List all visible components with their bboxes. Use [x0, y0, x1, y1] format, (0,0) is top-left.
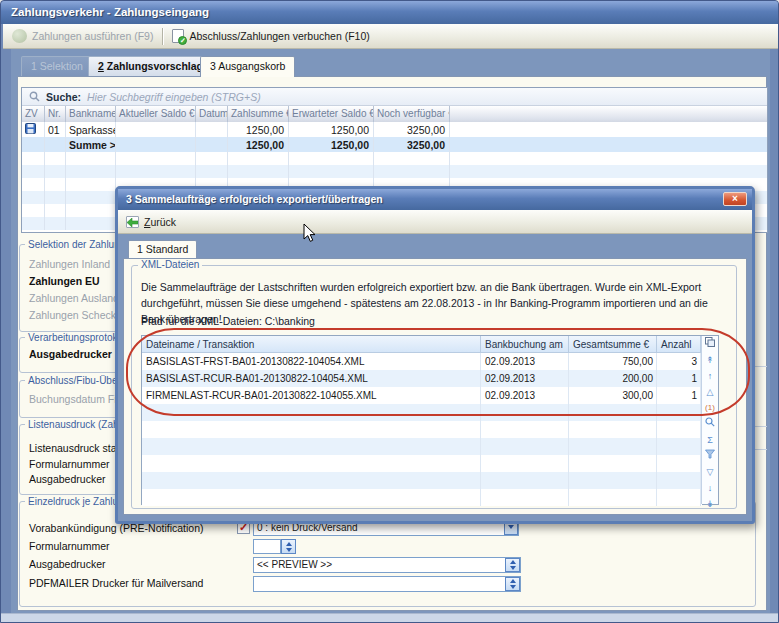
cell-noch-verfuegbar: 3250,00 — [374, 122, 450, 137]
magnifier-icon[interactable] — [705, 416, 715, 432]
tab-selektion[interactable]: 1 Selektion — [21, 56, 93, 76]
sidebar-item-zahlungen-eu: Zahlungen EU — [29, 275, 100, 287]
window-title: Zahlungsverkehr - Zahlungseingang — [11, 6, 209, 18]
sum-icon[interactable]: Σ — [707, 432, 713, 448]
search-placeholder: Hier Suchbegriff eingeben (STRG+S) — [87, 91, 261, 103]
xml-fieldset-legend: XML-Dateien — [138, 259, 202, 270]
formularnummer-spinner[interactable] — [281, 539, 296, 554]
header-cell-zahlsumme[interactable]: Zahlsumme € — [228, 106, 289, 122]
sum-row: Summe > 1250,00 1250,00 3250,00 — [22, 137, 767, 152]
dialog-tab-label: 1 Standard — [137, 243, 188, 255]
close-icon: × — [732, 193, 738, 204]
sidebar-item-ausgabedrucker-3: Ausgabedrucker — [29, 558, 105, 570]
header-cell-zv[interactable]: ZV — [22, 106, 45, 122]
sidebar-item-zahlungen-ausland: Zahlungen Ausland — [29, 292, 119, 304]
dialog-toolbar: Zurück — [118, 210, 752, 234]
search-label: Suche: — [46, 91, 81, 103]
close-button[interactable]: × — [723, 192, 747, 206]
execute-payments-icon — [12, 29, 27, 43]
formularnummer-input[interactable] — [253, 539, 281, 554]
funnel-icon[interactable] — [705, 448, 715, 464]
sidebar-item-zahlungen-inland: Zahlungen Inland — [29, 258, 110, 270]
scroll-down-icon[interactable]: ↓ — [708, 480, 713, 496]
tab-ausgangskorb-label: 3 Ausgangskorb — [210, 60, 285, 72]
sidebar-item-formularnummer-1: Formularnummer — [29, 458, 110, 470]
search-bar[interactable]: Suche: Hier Suchbegriff eingeben (STRG+S… — [22, 88, 767, 106]
cell-erwarteter-saldo: 1250,00 — [289, 122, 374, 137]
tab-selektion-label: 1 Selektion — [31, 60, 83, 72]
tab-ausgangskorb[interactable]: 3 Ausgangskorb — [200, 56, 295, 77]
tab-zahlungsvorschlag[interactable]: 2 Zahlungsvorschlag — [88, 56, 213, 76]
scroll-down-alt-icon[interactable]: ▽ — [707, 464, 714, 480]
ausgabedrucker-spinner[interactable] — [505, 558, 520, 572]
execute-payments-button[interactable]: Zahlungen ausführen (F9) — [3, 24, 162, 48]
mouse-cursor — [303, 223, 318, 243]
sidebar-item-buchungsdatum-fibu: Buchungsdatum Fibu — [29, 393, 128, 405]
book-payments-button[interactable]: ✓ Abschluss/Zahlungen verbuchen (F10) — [163, 24, 378, 48]
empty-row — [142, 421, 702, 438]
scroll-bottom-icon[interactable]: ↡ — [706, 496, 714, 512]
header-cell-erwarteter-saldo[interactable]: Erwarteter Saldo € — [289, 106, 374, 122]
field-edge — [754, 366, 767, 367]
back-icon — [126, 216, 139, 228]
pdfmailer-spinner[interactable] — [505, 577, 520, 591]
search-icon — [29, 91, 40, 102]
red-highlight-oval — [126, 328, 750, 416]
field-edge — [754, 426, 767, 427]
header-cell-aktueller-saldo[interactable]: Aktueller Saldo € — [116, 106, 196, 122]
header-cell-bankname[interactable]: Bankname — [66, 106, 116, 122]
empty-row — [22, 165, 767, 178]
cell-bankname: Sparkasse — [66, 122, 116, 137]
ausgabedrucker-dropdown[interactable]: << PREVIEW >> — [253, 557, 521, 573]
main-toolbar: Zahlungen ausführen (F9) ✓ Abschluss/Zah… — [3, 24, 778, 49]
empty-row — [142, 455, 702, 472]
ausgabedrucker-value: << PREVIEW >> — [257, 559, 332, 570]
xml-path: Pfad für die XML-Dateien: C:\banking — [141, 315, 315, 327]
sidebar-item-ausgabedrucker-2: Ausgabedrucker — [29, 473, 105, 485]
cell-nr: 01 — [45, 122, 66, 137]
header-cell-noch-verfuegbar[interactable]: Noch verfügbar € — [374, 106, 450, 122]
empty-row — [142, 438, 702, 455]
sidebar-item-ausgabedrucker-1: Ausgabedrucker — [29, 348, 112, 360]
header-cell-nr[interactable]: Nr. — [45, 106, 66, 122]
header-cell-datum[interactable]: Datum — [196, 106, 228, 122]
document-check-icon: ✓ — [172, 29, 184, 43]
sidebar-item-pdfmailer: PDFMAILER Drucker für Mailversand — [29, 577, 203, 589]
dialog-tab-standard[interactable]: 1 Standard — [128, 240, 197, 258]
execute-payments-label: Zahlungen ausführen (F9) — [32, 30, 153, 42]
app-window: Zahlungsverkehr - Zahlungseingang Zahlun… — [0, 0, 779, 623]
book-payments-label: Abschluss/Zahlungen verbuchen (F10) — [189, 30, 369, 42]
spinner-up-icon — [286, 539, 292, 546]
sum-label: Summe > — [66, 137, 116, 152]
payment-row-sparkasse[interactable]: 01 Sparkasse 1250,00 1250,00 3250,00 — [22, 122, 767, 137]
title-bar: Zahlungsverkehr - Zahlungseingang — [1, 1, 779, 24]
dialog-title-bar: 3 Sammelaufträge erfolgreich exportiert/… — [118, 189, 752, 210]
dialog-title: 3 Sammelaufträge erfolgreich exportiert/… — [126, 193, 383, 205]
field-edge — [754, 449, 767, 450]
spinner-down-icon — [286, 548, 292, 555]
empty-row — [142, 472, 702, 489]
table-header-row: ZV Nr. Bankname Aktueller Saldo € Datum … — [22, 106, 767, 122]
window-bottom-edge — [1, 613, 779, 623]
sidebar-item-formularnummer-2: Formularnummer — [29, 540, 110, 552]
empty-row — [142, 489, 702, 506]
back-button[interactable]: Zurück — [144, 216, 176, 228]
sidebar-item-zahlungen-schecken: Zahlungen Schecken — [29, 309, 128, 321]
floppy-disk-icon — [25, 123, 36, 134]
tab-zahlungsvorschlag-label: 2 Zahlungsvorschlag — [98, 57, 203, 76]
pdfmailer-dropdown[interactable] — [253, 576, 521, 592]
cell-zahlsumme: 1250,00 — [228, 122, 289, 137]
empty-row — [22, 152, 767, 165]
